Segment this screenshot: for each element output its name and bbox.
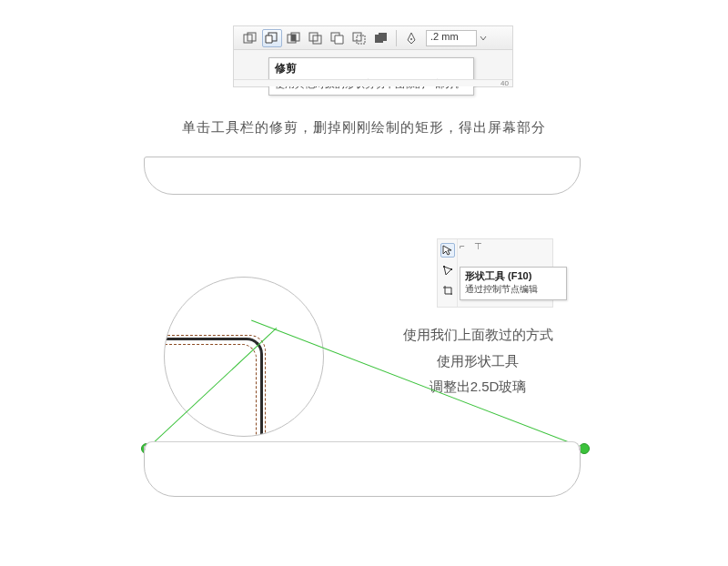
caption-line: 使用形状工具 [382,349,573,375]
svg-point-13 [410,38,412,40]
caption-line: 调整出2.5D玻璃 [382,374,573,400]
create-boundary-icon[interactable] [371,29,391,47]
trim-tooltip: 修剪 使用其他对象的形状剪切下图像的一部分。 [268,57,474,96]
back-minus-front-icon[interactable] [349,29,369,47]
weld-icon[interactable] [240,29,260,47]
pen-outline-icon[interactable] [401,29,421,47]
shaping-toolbar: .2 mm 修剪 使用其他对象的形状剪切下图像的一部分。 40 [233,25,513,87]
shape-tool-icon[interactable] [440,263,455,278]
glass-2-5d-edge [145,441,580,450]
phone-outline-result [144,157,581,195]
trim-icon[interactable] [262,29,282,47]
toolbar-separator [396,30,397,46]
svg-rect-15 [450,268,452,270]
tooltip-title: 修剪 [275,61,468,76]
phone-outline-with-glass [144,446,581,497]
crop-tool-icon[interactable] [440,283,455,298]
caption-line: 使用我们上面教过的方式 [382,322,573,349]
dropdown-chevron-icon[interactable] [479,32,488,45]
outline-width-input[interactable]: .2 mm [426,30,477,46]
simplify-icon[interactable] [306,29,326,47]
shape-tooltip-body: 通过控制节点编辑 [465,283,561,296]
caption-shape-step: 使用我们上面教过的方式 使用形状工具 调整出2.5D玻璃 [382,322,573,400]
ruler-value: 40 [500,79,509,87]
shape-tool-tooltip: 形状工具 (F10) 通过控制节点编辑 [460,267,567,300]
svg-rect-12 [379,33,387,41]
caption-trim-step: 单击工具栏的修剪，删掉刚刚绘制的矩形，得出屏幕部分 [0,119,728,136]
pick-tool-icon[interactable] [440,243,455,258]
shape-tool-panel: ⌐⊤ 形状工具 (F10) 通过控制节点编辑 [437,238,553,308]
ruler: 40 [234,79,512,86]
toolbox-column [438,239,458,307]
toolbar-row: .2 mm [234,26,512,50]
svg-rect-14 [443,266,445,268]
shape-tooltip-title: 形状工具 (F10) [465,269,561,283]
svg-rect-5 [291,35,296,41]
ruler-guides: ⌐⊤ [460,241,551,256]
intersect-icon[interactable] [284,29,304,47]
front-minus-back-icon[interactable] [328,29,348,47]
